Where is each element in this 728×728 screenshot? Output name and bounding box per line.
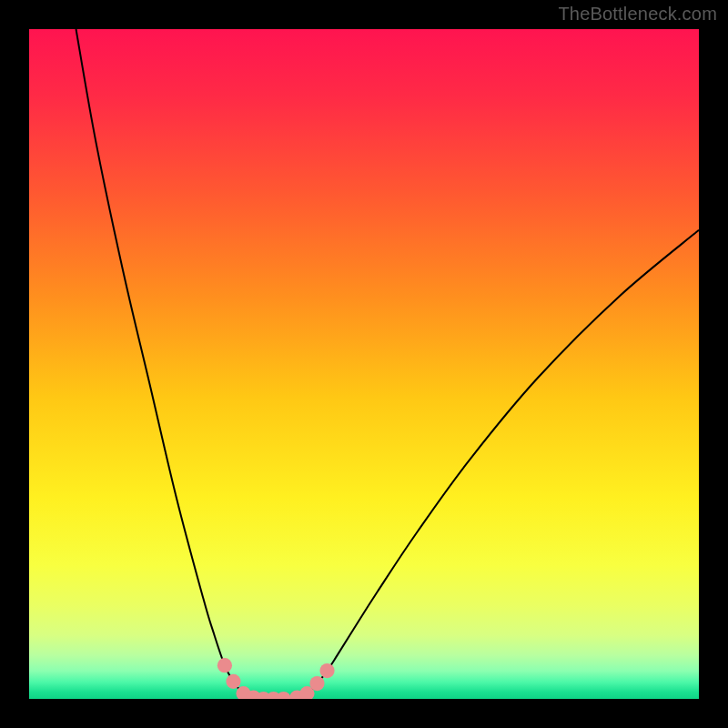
- data-marker: [217, 658, 232, 672]
- watermark-label: TheBottleneck.com: [558, 4, 717, 25]
- data-marker: [309, 676, 324, 691]
- chart-plot: [29, 29, 699, 699]
- data-marker: [226, 674, 240, 689]
- chart-svg: [29, 29, 699, 699]
- chart-frame: TheBottleneck.com: [0, 0, 728, 728]
- data-marker: [319, 663, 334, 678]
- gradient-background: [29, 29, 699, 699]
